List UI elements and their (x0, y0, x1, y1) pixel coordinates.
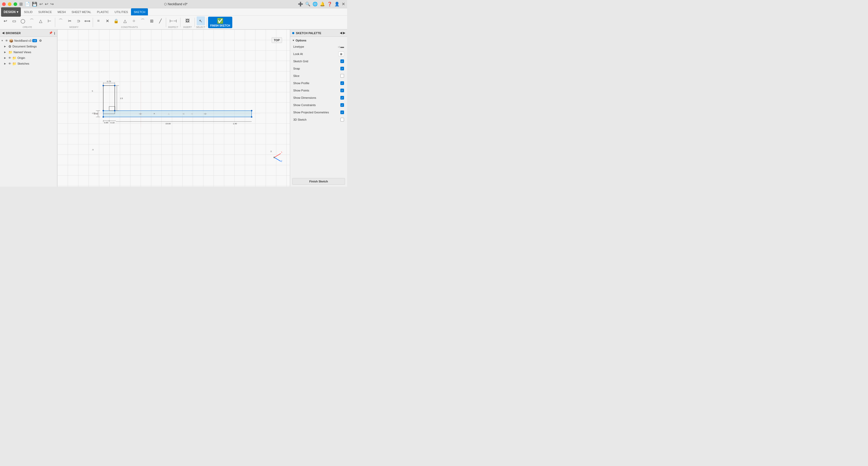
sym-constraint[interactable]: ⊞ (147, 17, 156, 25)
svg-text:5: 5 (92, 90, 93, 92)
3d-sketch-checkbox[interactable] (340, 118, 344, 121)
design-dropdown[interactable]: DESIGN ▾ (1, 7, 21, 17)
tab-utilities[interactable]: UTILITIES (112, 8, 130, 16)
maximize-button[interactable] (13, 2, 17, 6)
show-points-checkbox[interactable]: ✓ (340, 89, 344, 92)
mirror-tool[interactable]: ⟺ (83, 17, 91, 25)
sketch-canvas[interactable]: TOP Y Z X (57, 29, 290, 186)
main-content: ◀ BROWSER 📌 | ▼ 👁 📦 NeckBand v3 v3 ⚙ ▶ ⚙… (0, 29, 347, 186)
settings-icon[interactable]: ⚙ (39, 39, 42, 42)
finish-check-icon: ✅ (217, 18, 223, 24)
sep6 (207, 18, 207, 27)
help-icon[interactable]: ❓ (327, 2, 332, 6)
svg-point-48 (114, 85, 115, 86)
visibility-icon[interactable]: 👁 (5, 39, 8, 42)
visibility-icon[interactable]: 👁 (8, 56, 11, 59)
titlebar: ⊞ 📄 💾 ↩ ↩ ↪ ⬡ NeckBand v3* ➕ 🔍 🌐 🔔 ❓ 👤 ✕ (0, 0, 347, 8)
app-save-icon[interactable]: 💾 (32, 2, 37, 6)
search-icon[interactable]: 🔍 (305, 2, 310, 6)
user-avatar[interactable]: 👤 (334, 2, 340, 6)
show-dimensions-checkbox[interactable]: ✓ (340, 96, 344, 99)
browser-pin-icon[interactable]: 📌 (49, 31, 53, 35)
show-projected-label: Show Projected Geometries (293, 111, 329, 114)
palette-row-show-projected: Show Projected Geometries ✓ (290, 109, 347, 116)
linetype-prev-icon[interactable]: ◁ (338, 45, 340, 48)
fix-constraint[interactable]: ╱ (156, 17, 164, 25)
palette-row-show-constraints: Show Constraints ✓ (290, 101, 347, 109)
svg-text:△: △ (168, 113, 170, 115)
insert-image-tool[interactable]: 🖼 (182, 17, 193, 25)
globe-icon[interactable]: 🌐 (312, 2, 318, 6)
close-button[interactable] (2, 2, 6, 6)
settings-icon: ⚙ (8, 45, 11, 49)
palette-collapse-icon[interactable]: ◀ (340, 31, 342, 35)
browser-more-icon[interactable]: | (54, 32, 55, 35)
finish-sketch-palette-button[interactable]: Finish Sketch (292, 178, 345, 185)
offset-tool[interactable]: ⊃ (74, 17, 83, 25)
browser-item-origin[interactable]: ▶ 👁 📁 Origin (0, 55, 57, 61)
slice-checkbox[interactable] (340, 74, 344, 78)
palette-expand-icon[interactable]: ▶ (343, 31, 345, 35)
palette-row-snap: Snap ✓ (290, 65, 347, 72)
options-title[interactable]: ▼ Options (290, 38, 347, 43)
finish-sketch-button[interactable]: ✅ FINISH SKETCH (208, 17, 232, 28)
tab-sheet-metal[interactable]: SHEET METAL (69, 8, 94, 16)
tab-plastic[interactable]: PLASTIC (94, 8, 112, 16)
palette-row-show-points: Show Points ✓ (290, 87, 347, 94)
redo-icon[interactable]: ↪ (50, 2, 54, 6)
undo2-icon[interactable]: ↩ (45, 2, 48, 6)
app-doc-icon[interactable]: 📄 (25, 2, 30, 6)
browser-item-named-views[interactable]: ▶ 📁 Named Views (0, 49, 57, 55)
bell-icon[interactable]: 🔔 (320, 2, 325, 6)
snap-checkbox[interactable]: ✓ (340, 67, 344, 70)
sketch-grid-checkbox[interactable]: ✓ (340, 59, 344, 63)
add-icon[interactable]: ➕ (298, 2, 303, 6)
browser-title: BROWSER (6, 32, 21, 35)
polygon-tool[interactable]: △ (36, 17, 45, 25)
tab-sketch[interactable]: SKETCH (131, 8, 148, 16)
visibility-icon[interactable]: 👁 (8, 62, 11, 65)
linetype-icon: ▬ (340, 45, 344, 49)
lock-constraint[interactable]: 🔒 (112, 17, 120, 25)
titlebar-right: ➕ 🔍 🌐 🔔 ❓ 👤 ✕ (298, 2, 345, 6)
show-profile-checkbox[interactable]: ✓ (340, 81, 344, 85)
svg-text:1.40: 1.40 (233, 122, 237, 125)
expand-icon: ▶ (4, 51, 7, 53)
look-at-control: ⊞ (338, 52, 344, 56)
coincident-constraint[interactable]: ✕ (103, 17, 112, 25)
fillet-tool[interactable]: ⌒ (57, 17, 65, 25)
select-tool[interactable]: ↖ (197, 17, 205, 25)
trim-tool[interactable]: ✂ (65, 17, 74, 25)
tab-mesh[interactable]: MESH (55, 8, 68, 16)
tab-solid[interactable]: SOLID (21, 8, 35, 16)
dim-tool[interactable]: ⊢ (45, 17, 54, 25)
circle-tool[interactable]: ◯ (19, 17, 27, 25)
line-tool[interactable]: ↩ (1, 17, 9, 25)
rect-tool[interactable]: ▭ (10, 17, 18, 25)
undo-icon[interactable]: ↩ (39, 2, 43, 6)
show-projected-checkbox[interactable]: ✓ (340, 111, 344, 114)
tri-constraint[interactable]: △ (121, 17, 129, 25)
browser-item-doc-settings[interactable]: ▶ ⚙ Document Settings (0, 43, 57, 49)
window-close-icon[interactable]: ✕ (342, 2, 345, 6)
tangent-constraint[interactable]: ⌒ (138, 17, 147, 25)
arc-tool[interactable]: ⌒ (28, 17, 36, 25)
look-at-button[interactable]: ⊞ (338, 52, 344, 56)
show-profile-label: Show Profile (293, 82, 309, 85)
palette-controls: ◀ ▶ (340, 31, 345, 35)
linetype-label: Linetype (293, 45, 304, 48)
browser-item-sketches[interactable]: ▶ 👁 📁 Sketches (0, 61, 57, 66)
palette-header: SKETCH PALETTE ◀ ▶ (290, 29, 347, 37)
equal-constraint[interactable]: = (94, 17, 103, 25)
minimize-button[interactable] (8, 2, 11, 6)
tab-surface[interactable]: SURFACE (36, 8, 55, 16)
svg-text:15.00: 15.00 (165, 122, 171, 125)
measure-tool[interactable]: ⊢⊣ (167, 17, 179, 25)
svg-text:◁▷: ◁▷ (139, 113, 142, 115)
show-constraints-checkbox[interactable]: ✓ (340, 103, 344, 107)
app-grid-icon[interactable]: ⊞ (19, 2, 23, 6)
browser-item-root[interactable]: ▼ 👁 📦 NeckBand v3 v3 ⚙ (0, 38, 57, 43)
circle-constraint[interactable]: ○ (130, 17, 138, 25)
browser-collapse-icon[interactable]: ◀ (2, 31, 4, 35)
origin-icon: 📁 (12, 56, 17, 60)
